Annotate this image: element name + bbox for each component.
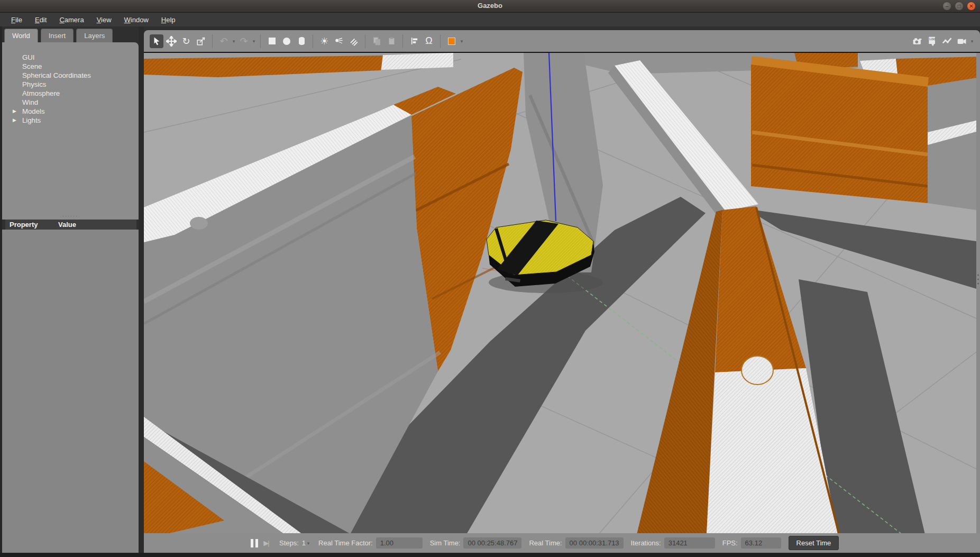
cursor-arrow-icon (152, 36, 161, 45)
tree-item-wind[interactable]: Wind (2, 98, 139, 107)
redo-history-caret[interactable]: ▾ (251, 39, 257, 44)
undo-button[interactable]: ↶ (217, 34, 231, 48)
undo-history-caret[interactable]: ▾ (231, 39, 236, 44)
property-column-header: Property (5, 220, 58, 230)
svg-text:LOG: LOG (930, 38, 936, 41)
video-camera-icon (957, 36, 967, 47)
menu-file[interactable]: File (5, 14, 28, 25)
insert-box-button[interactable] (265, 34, 279, 48)
iterations-value: 31421 (664, 537, 715, 549)
menu-view[interactable]: View (91, 14, 117, 25)
chart-line-icon (942, 36, 952, 47)
view-angle-button[interactable] (445, 34, 459, 48)
point-light-icon: ☀ (320, 35, 328, 47)
toolbar-separator (402, 34, 403, 48)
insert-sphere-button[interactable] (280, 34, 294, 48)
plot-button[interactable] (940, 34, 954, 48)
directional-light-icon (349, 36, 359, 46)
sphere-icon (283, 38, 290, 45)
menu-help[interactable]: Help (155, 14, 181, 25)
menu-camera[interactable]: Camera (53, 14, 89, 25)
scale-icon (196, 36, 206, 46)
log-record-button[interactable]: LOG (926, 34, 939, 48)
tab-world[interactable]: World (4, 29, 38, 42)
steps-caret[interactable]: ▾ (306, 541, 311, 546)
toolbar-separator (365, 34, 365, 48)
tree-item-models[interactable]: Models (2, 107, 139, 116)
menu-edit[interactable]: Edit (29, 14, 52, 25)
close-button[interactable]: ✕ (967, 2, 976, 11)
point-light-button[interactable]: ☀ (317, 34, 331, 48)
tree-item-scene[interactable]: Scene (2, 62, 139, 71)
insert-cylinder-button[interactable] (295, 34, 308, 48)
toolbar-separator (212, 34, 213, 48)
select-tool-button[interactable] (150, 34, 163, 48)
tree-item-gui[interactable]: GUI (2, 53, 139, 62)
align-icon (410, 36, 419, 45)
steps-value: 1 (302, 539, 306, 547)
viewport-right-splitter[interactable] (976, 53, 980, 534)
menu-window[interactable]: Window (118, 14, 154, 25)
real-time-value: 00 00:00:31.713 (565, 537, 624, 549)
redo-button[interactable]: ↷ (237, 34, 251, 48)
box-icon (269, 38, 276, 44)
panel-splitter-handle[interactable]: ······ (2, 214, 139, 220)
rotate-icon: ↻ (182, 35, 190, 47)
translate-tool-button[interactable] (164, 34, 178, 48)
step-button[interactable]: ▶| (260, 538, 272, 549)
rtf-value: 1.00 (376, 537, 423, 549)
tree-item-spherical-coordinates[interactable]: Spherical Coordinates (2, 71, 139, 80)
scale-tool-button[interactable] (194, 34, 208, 48)
real-time-label: Real Time: (529, 539, 562, 547)
screenshot-button[interactable] (911, 34, 924, 48)
render-viewport[interactable] (144, 52, 980, 534)
tree-item-physics[interactable]: Physics (2, 80, 139, 89)
tree-item-lights[interactable]: Lights (2, 116, 139, 125)
fps-value: 63.12 (741, 537, 781, 549)
toolbar-separator (313, 34, 313, 48)
fps-label: FPS: (722, 539, 738, 547)
log-file-icon: LOG (927, 36, 938, 47)
video-record-button[interactable] (955, 34, 969, 48)
menu-bar: File Edit Camera View Window Help (0, 13, 980, 26)
pause-button[interactable] (249, 538, 260, 549)
rotate-tool-button[interactable]: ↻ (179, 34, 193, 48)
cylinder-icon (299, 37, 305, 45)
copy-icon (372, 36, 381, 45)
spot-light-button[interactable] (332, 34, 346, 48)
video-options-caret[interactable]: ▾ (969, 39, 975, 44)
reset-time-button[interactable]: Reset Time (789, 536, 839, 550)
tab-layers[interactable]: Layers (76, 29, 113, 42)
orange-cube-icon (448, 38, 455, 45)
window-controls: – □ ✕ (942, 2, 976, 11)
steps-label: Steps: (279, 539, 299, 547)
view-angle-caret[interactable]: ▾ (459, 39, 464, 44)
world-tree: GUI Scene Spherical Coordinates Physics … (2, 42, 139, 214)
side-panel: World Insert Layers GUI Scene Spherical … (2, 26, 139, 553)
toolbar-separator (260, 34, 261, 48)
snap-button[interactable]: Ω (422, 34, 436, 48)
panel-viewport-divider[interactable] (139, 26, 144, 553)
directional-light-button[interactable] (347, 34, 361, 48)
tab-insert[interactable]: Insert (41, 29, 74, 42)
iterations-label: Iterations: (631, 539, 661, 547)
paste-icon (387, 36, 396, 45)
property-table-body[interactable] (2, 230, 139, 553)
3d-scene[interactable] (144, 53, 980, 534)
maximize-button[interactable]: □ (955, 2, 964, 11)
spot-light-icon (334, 36, 344, 46)
minimize-button[interactable]: – (942, 2, 951, 11)
camera-icon (912, 36, 923, 47)
value-column-header: Value (58, 220, 76, 230)
move-icon (166, 36, 177, 47)
tree-item-atmosphere[interactable]: Atmosphere (2, 89, 139, 98)
main-area: ↻ ↶ ▾ ↷ ▾ ☀ (144, 26, 980, 553)
magnet-icon: Ω (425, 35, 432, 47)
copy-button[interactable] (370, 34, 383, 48)
title-bar[interactable]: Gazebo – □ ✕ (0, 0, 980, 13)
paste-button[interactable] (384, 34, 398, 48)
rtf-label: Real Time Factor: (318, 539, 373, 547)
toolbar-separator (440, 34, 441, 48)
align-button[interactable] (407, 34, 421, 48)
simulation-status-bar: ▶| Steps: 1 ▾ Real Time Factor: 1.00 Sim… (144, 533, 980, 553)
